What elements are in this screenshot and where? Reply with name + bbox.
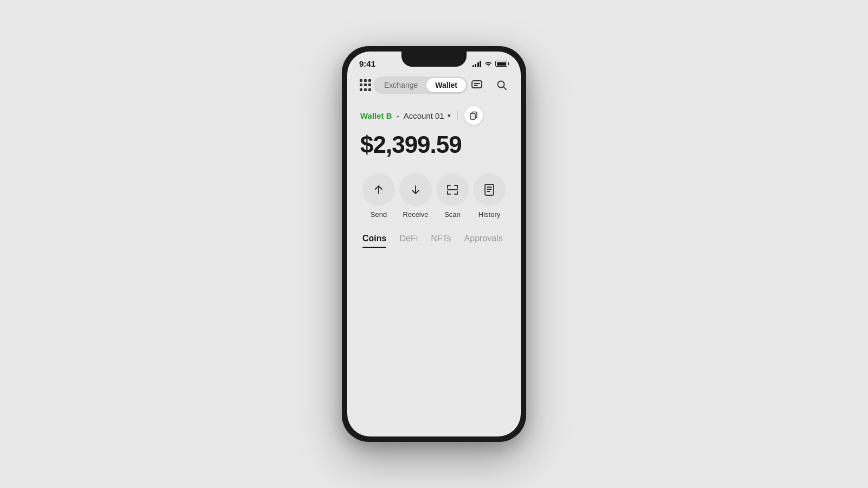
wallet-tab[interactable]: Wallet — [426, 78, 466, 92]
exchange-tab[interactable]: Exchange — [375, 78, 426, 92]
defi-tab[interactable]: DeFi — [399, 234, 418, 248]
grid-icon — [360, 79, 372, 91]
account-row: Wallet B - Account 01 ▾ — [360, 106, 508, 125]
phone-notch — [401, 52, 467, 67]
copy-address-button[interactable] — [464, 106, 483, 125]
battery-icon — [495, 61, 509, 67]
history-label: History — [478, 210, 500, 219]
phone-screen: 9:41 — [347, 52, 521, 436]
scan-icon — [445, 183, 459, 197]
balance-amount: $2,399.59 — [360, 131, 508, 158]
send-action[interactable]: Send — [362, 174, 395, 219]
signal-icon — [473, 61, 482, 67]
history-icon — [483, 183, 496, 196]
scan-action[interactable]: Scan — [436, 174, 469, 219]
history-action[interactable]: History — [473, 174, 506, 219]
send-label: Send — [371, 210, 387, 219]
receive-icon — [409, 183, 422, 196]
svg-rect-5 — [485, 184, 494, 195]
account-chevron-icon: ▾ — [448, 112, 451, 119]
header-icon-group — [468, 76, 511, 94]
nfts-tab[interactable]: NFTs — [431, 234, 451, 248]
content-tabs: Coins DeFi NFTs Approvals — [360, 234, 508, 248]
scan-label: Scan — [444, 210, 461, 219]
phone-mockup: 9:41 — [342, 46, 526, 442]
status-icons — [473, 61, 509, 67]
approvals-tab[interactable]: Approvals — [464, 234, 503, 248]
account-label: Account 01 — [404, 111, 444, 120]
action-buttons: Send Receive — [360, 174, 508, 219]
receive-button[interactable] — [399, 174, 432, 206]
status-time: 9:41 — [359, 59, 375, 68]
wifi-icon — [484, 61, 493, 67]
svg-rect-0 — [472, 81, 482, 88]
messages-icon — [470, 79, 483, 92]
search-button[interactable] — [493, 76, 511, 94]
copy-icon — [469, 111, 478, 120]
send-icon — [372, 183, 385, 196]
coins-tab[interactable]: Coins — [362, 234, 386, 248]
main-tab-switcher: Exchange Wallet — [374, 76, 468, 94]
wallet-name: Wallet B — [360, 111, 392, 120]
grid-menu-button[interactable] — [357, 76, 374, 94]
svg-rect-3 — [470, 113, 475, 119]
scan-button[interactable] — [436, 174, 469, 206]
receive-label: Receive — [403, 210, 429, 219]
account-separator-text: - — [397, 111, 399, 120]
send-button[interactable] — [362, 174, 395, 206]
app-header: Exchange Wallet — [347, 72, 521, 101]
account-divider — [457, 111, 458, 120]
search-icon — [496, 79, 508, 91]
messages-button[interactable] — [468, 76, 486, 94]
receive-action[interactable]: Receive — [399, 174, 432, 219]
wallet-content: Wallet B - Account 01 ▾ $2,399.59 — [347, 101, 521, 248]
history-button[interactable] — [473, 174, 506, 206]
